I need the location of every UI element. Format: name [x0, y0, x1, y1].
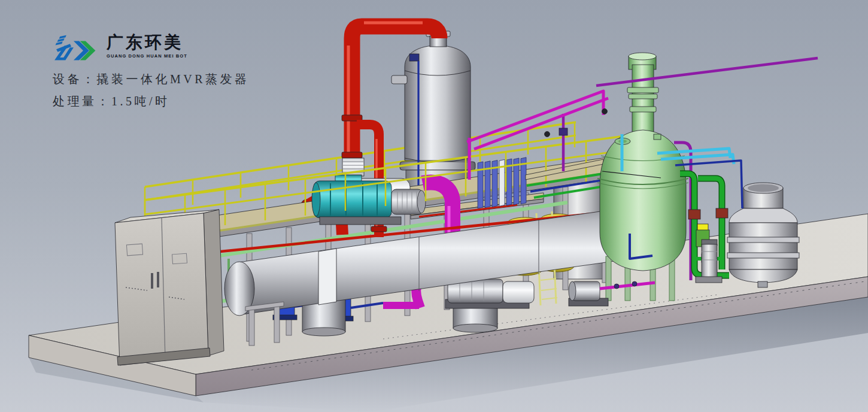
cad-render-viewport: 广东环美 GUANG DONG HUAN MEI BOT 设备：撬装一体化MVR… [0, 0, 868, 412]
control-cabinet [115, 210, 224, 365]
mvr-evaporator-scene [0, 0, 868, 412]
discharge-tank [727, 183, 799, 287]
crystallizer-reactor [597, 53, 688, 301]
